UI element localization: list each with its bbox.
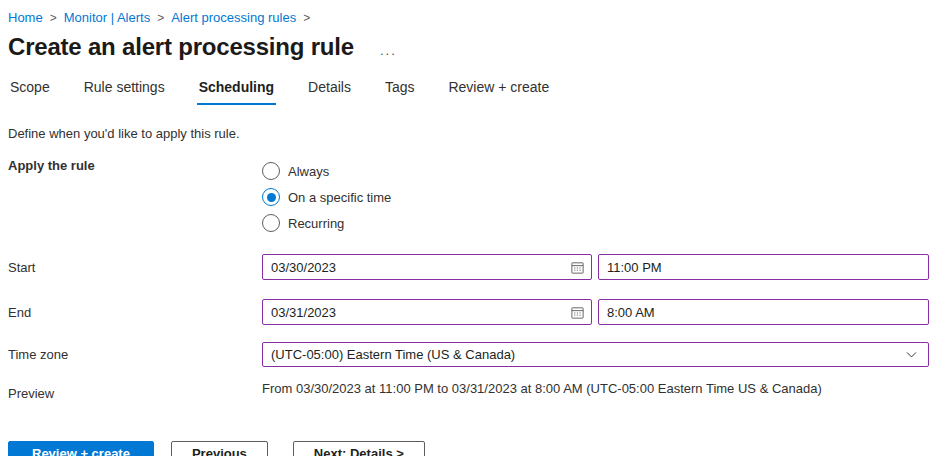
- breadcrumb-separator: >: [303, 11, 310, 25]
- next-details-button[interactable]: Next: Details >: [293, 441, 425, 456]
- radio-option-always[interactable]: Always: [262, 158, 391, 184]
- start-date-field: [262, 254, 592, 280]
- breadcrumb-separator: >: [157, 11, 164, 25]
- start-row: Start: [8, 254, 943, 280]
- page-title: Create an alert processing rule: [8, 33, 354, 61]
- radio-label: Recurring: [288, 216, 344, 231]
- timezone-dropdown[interactable]: (UTC-05:00) Eastern Time (US & Canada): [262, 342, 929, 367]
- breadcrumb-separator: >: [50, 11, 57, 25]
- radio-dot: [267, 193, 276, 202]
- calendar-icon[interactable]: [563, 260, 591, 275]
- tab-rule-settings[interactable]: Rule settings: [82, 76, 167, 105]
- start-date-input[interactable]: [263, 260, 563, 275]
- scheduling-form: Apply the rule Always On a specific time…: [8, 158, 943, 401]
- radio-label: On a specific time: [288, 190, 391, 205]
- timezone-row: Time zone (UTC-05:00) Eastern Time (US &…: [8, 342, 943, 367]
- chevron-down-icon: [905, 348, 918, 361]
- timezone-selected-value: (UTC-05:00) Eastern Time (US & Canada): [271, 347, 515, 362]
- end-time-input[interactable]: [599, 305, 928, 320]
- previous-button[interactable]: Previous: [171, 441, 268, 456]
- radio-selected-icon: [262, 188, 280, 206]
- apply-rule-row: Apply the rule Always On a specific time…: [8, 158, 943, 236]
- tab-tags[interactable]: Tags: [383, 76, 417, 105]
- radio-label: Always: [288, 164, 329, 179]
- preview-row: Preview From 03/30/2023 at 11:00 PM to 0…: [8, 381, 943, 401]
- breadcrumb-alert-processing-rules-link[interactable]: Alert processing rules: [171, 10, 296, 25]
- create-alert-processing-rule-page: Home > Monitor | Alerts > Alert processi…: [0, 0, 943, 456]
- radio-option-on-a-specific-time[interactable]: On a specific time: [262, 184, 391, 210]
- apply-rule-label: Apply the rule: [8, 158, 262, 173]
- start-label: Start: [8, 260, 262, 275]
- breadcrumb: Home > Monitor | Alerts > Alert processi…: [8, 10, 943, 25]
- tab-details[interactable]: Details: [306, 76, 353, 105]
- breadcrumb-monitor-alerts-link[interactable]: Monitor | Alerts: [64, 10, 150, 25]
- end-date-field: [262, 299, 592, 325]
- apply-rule-radio-group: Always On a specific time Recurring: [262, 158, 391, 236]
- end-time-field: [598, 299, 929, 325]
- radio-option-recurring[interactable]: Recurring: [262, 210, 391, 236]
- end-date-input[interactable]: [263, 305, 563, 320]
- wizard-tabs: Scope Rule settings Scheduling Details T…: [8, 76, 943, 105]
- scheduling-description: Define when you'd like to apply this rul…: [8, 126, 943, 141]
- wizard-footer: Review + create Previous Next: Details >: [8, 441, 943, 456]
- start-time-input[interactable]: [599, 260, 928, 275]
- preview-label: Preview: [8, 381, 262, 401]
- end-label: End: [8, 305, 262, 320]
- radio-icon: [262, 214, 280, 232]
- calendar-icon[interactable]: [563, 305, 591, 320]
- more-options-icon[interactable]: ...: [380, 38, 397, 57]
- tab-review-create[interactable]: Review + create: [446, 76, 551, 105]
- start-time-field: [598, 254, 929, 280]
- tab-scope[interactable]: Scope: [8, 76, 52, 105]
- preview-value: From 03/30/2023 at 11:00 PM to 03/31/202…: [262, 381, 822, 396]
- review-create-button[interactable]: Review + create: [8, 441, 154, 456]
- title-row: Create an alert processing rule ...: [8, 33, 943, 61]
- end-row: End: [8, 299, 943, 325]
- breadcrumb-home-link[interactable]: Home: [8, 10, 43, 25]
- radio-icon: [262, 162, 280, 180]
- timezone-label: Time zone: [8, 347, 262, 362]
- tab-scheduling[interactable]: Scheduling: [197, 76, 276, 105]
